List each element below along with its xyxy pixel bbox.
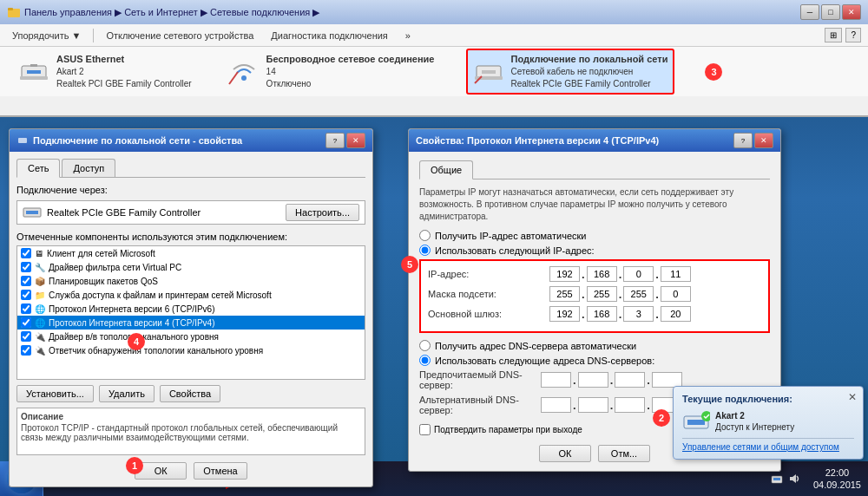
component-check-7[interactable] (21, 345, 31, 356)
alt-dns-octet-1[interactable] (541, 397, 571, 413)
adapter-name-local: Подключение по локальной сети (511, 53, 668, 66)
tab-access[interactable]: Доступ (62, 159, 115, 177)
component-check-3[interactable] (21, 290, 31, 300)
diagnose-button[interactable]: Диагностика подключения (266, 29, 392, 42)
component-file-share[interactable]: 📁 Служба доступа к файлам и принтерам се… (17, 288, 365, 302)
gateway-octet-2[interactable] (587, 306, 617, 322)
local-cancel-button[interactable]: Отмена (194, 462, 247, 480)
radio-manual-ip[interactable] (419, 245, 431, 256)
ip-label: IP-адрес: (428, 269, 549, 279)
svg-rect-1 (8, 8, 13, 10)
notification-popup: ✕ Текущие подключения: Akart 2 Доступ к … (673, 386, 864, 460)
ip-octet-1[interactable] (549, 266, 580, 282)
svg-marker-24 (790, 474, 796, 483)
taskbar-volume-icon[interactable] (787, 472, 801, 486)
annotation-4: 4 (128, 333, 145, 350)
adapter-icon-asus (18, 58, 49, 86)
adapter-asus[interactable]: ASUS Ethernet Akart 2 Realtek PCI GBE Fa… (13, 50, 197, 93)
adapter-name-field: Realtek PCIe GBE Family Controller (47, 207, 201, 218)
alt-dns-octet-2[interactable] (578, 397, 608, 413)
radio-auto-dns[interactable] (419, 340, 431, 351)
component-check-4[interactable] (21, 303, 31, 314)
alt-dns-octet-3[interactable] (615, 397, 645, 413)
minimize-button[interactable]: ─ (800, 4, 819, 20)
ipv4-cancel-button[interactable]: Отм... (598, 445, 650, 462)
components-label: Отмеченные компоненты используются этим … (16, 232, 365, 242)
mask-label: Маска подсети: (428, 289, 549, 299)
gateway-input-group: . . . (549, 306, 691, 322)
organize-button[interactable]: Упорядочить ▼ (7, 29, 86, 42)
tab-general[interactable]: Общие (419, 160, 473, 179)
notif-item-status: Доступ к Интернету (715, 421, 794, 433)
tab-network[interactable]: Сеть (16, 159, 60, 178)
adapter-icon-local (473, 58, 504, 86)
component-icon-1: 🔧 (35, 263, 45, 272)
close-button[interactable]: ✕ (842, 4, 861, 20)
taskbar-icons (765, 472, 806, 486)
disable-button[interactable]: Отключение сетевого устройства (101, 29, 259, 42)
view-button[interactable]: ⊞ (825, 28, 842, 42)
desktop: Панель управления ▶ Сеть и Интернет ▶ Се… (0, 0, 868, 496)
ipv4-ok-button[interactable]: ОК (539, 445, 591, 462)
radio-auto-ip-row: Получить IP-адрес автоматически (419, 230, 770, 241)
help-button[interactable]: ? (845, 28, 861, 42)
component-check-5[interactable] (21, 317, 31, 328)
notif-manage-link[interactable]: Управление сетями и общим доступом (682, 442, 854, 452)
local-conn-dialog: Подключение по локальной сети - свойства… (9, 128, 373, 487)
gateway-octet-3[interactable] (623, 306, 654, 322)
component-ipv4[interactable]: 🌐 Протокол Интернета версии 4 (TCP/IPv4) (17, 316, 365, 330)
adapter-info-asus: ASUS Ethernet Akart 2 Realtek PCI GBE Fa… (56, 53, 192, 90)
local-conn-close[interactable]: ✕ (346, 133, 365, 148)
component-microsoft-client[interactable]: 🖥 Клиент для сетей Microsoft (17, 246, 365, 260)
radio-manual-dns[interactable] (419, 355, 431, 366)
svg-rect-14 (26, 211, 38, 214)
ipv4-help[interactable]: ? (733, 133, 753, 148)
radio-auto-ip[interactable] (419, 230, 431, 241)
component-check-2[interactable] (21, 276, 31, 286)
uninstall-button[interactable]: Удалить (99, 385, 155, 402)
component-check-1[interactable] (21, 262, 31, 272)
ip-octet-4[interactable] (661, 266, 691, 282)
gateway-octet-1[interactable] (549, 306, 580, 322)
component-icon-0: 🖥 (35, 249, 43, 258)
taskbar-right: 22:00 04.09.2015 (806, 467, 868, 492)
gateway-octet-4[interactable] (661, 306, 691, 322)
mask-octet-3[interactable] (623, 286, 654, 302)
taskbar-network-icon[interactable] (770, 472, 784, 486)
confirm-checkbox[interactable] (419, 424, 431, 435)
radio-manual-ip-label: Использовать следующий IP-адрес: (435, 245, 595, 256)
component-label-7: Ответчик обнаружения топологии канальног… (49, 346, 263, 356)
component-lldp-responder[interactable]: 🔌 Ответчик обнаружения топологии канальн… (17, 343, 365, 357)
component-ipv6[interactable]: 🌐 Протокол Интернета версии 6 (TCP/IPv6) (17, 302, 365, 316)
configure-button[interactable]: Настроить... (286, 204, 359, 221)
install-button[interactable]: Установить... (16, 385, 94, 402)
notif-close-button[interactable]: ✕ (845, 390, 859, 404)
properties-button[interactable]: Свойства (160, 385, 220, 402)
component-icon-5: 🌐 (35, 318, 45, 328)
mask-octet-4[interactable] (661, 286, 691, 302)
pref-dns-octet-1[interactable] (541, 372, 571, 388)
adapter-wireless[interactable]: Беспроводное сетевое соединение 14 Отклю… (223, 50, 440, 93)
component-lldp-driver[interactable]: 🔌 Драйвер в/в топология канального уровн… (17, 330, 365, 343)
component-icon-2: 📦 (35, 277, 45, 286)
svg-rect-16 (687, 420, 705, 425)
adapter-local[interactable]: Подключение по локальной сети Сетевой ка… (466, 49, 675, 95)
component-check-6[interactable] (21, 331, 31, 342)
ip-octet-2[interactable] (587, 266, 617, 282)
svg-rect-5 (30, 64, 37, 67)
more-button[interactable]: » (400, 29, 416, 42)
component-check-0[interactable] (21, 248, 31, 258)
pref-dns-octet-3[interactable] (615, 372, 645, 388)
maximize-button[interactable]: □ (821, 4, 840, 20)
component-qos[interactable]: 📦 Планировщик пакетов QoS (17, 274, 365, 288)
pref-dns-octet-2[interactable] (578, 372, 608, 388)
mask-octet-2[interactable] (587, 286, 617, 302)
ipv4-close[interactable]: ✕ (754, 133, 773, 148)
radio-manual-dns-row: Использовать следующие адреса DNS-сервер… (419, 355, 770, 366)
local-conn-help[interactable]: ? (326, 133, 345, 148)
ip-octet-3[interactable] (623, 266, 654, 282)
mask-octet-1[interactable] (549, 286, 580, 302)
component-virtual-pc[interactable]: 🔧 Драйвер фильтра сети Virtual PC (17, 260, 365, 274)
component-label-1: Драйвер фильтра сети Virtual PC (49, 263, 181, 272)
notif-item: Akart 2 Доступ к Интернету (682, 409, 854, 434)
